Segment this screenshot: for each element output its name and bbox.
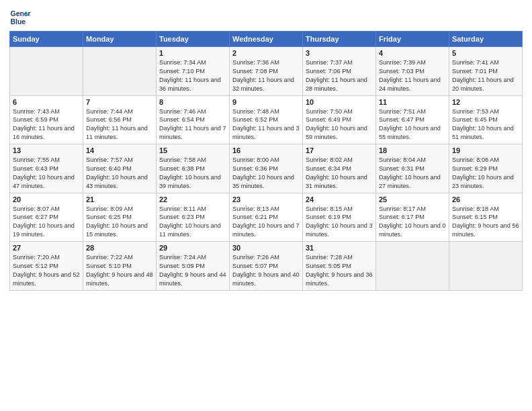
day-cell: 13Sunrise: 7:55 AMSunset: 6:43 PMDayligh… [10, 144, 83, 193]
day-cell [449, 242, 523, 291]
day-content: Sunrise: 8:04 AMSunset: 6:31 PMDaylight:… [379, 156, 446, 191]
day-cell: 16Sunrise: 8:00 AMSunset: 6:36 PMDayligh… [230, 144, 303, 193]
day-content: Sunrise: 7:28 AMSunset: 5:05 PMDaylight:… [306, 253, 373, 288]
week-row-1: 6Sunrise: 7:43 AMSunset: 6:59 PMDaylight… [10, 95, 523, 144]
day-number: 21 [86, 195, 153, 203]
day-cell [83, 47, 157, 96]
header: General Blue [9, 7, 523, 28]
day-number: 5 [452, 49, 519, 57]
day-number: 25 [379, 195, 446, 203]
day-content: Sunrise: 8:00 AMSunset: 6:36 PMDaylight:… [232, 156, 300, 191]
day-number: 24 [306, 195, 373, 203]
day-cell: 29Sunrise: 7:24 AMSunset: 5:09 PMDayligh… [157, 242, 230, 291]
page: General Blue SundayMondayTuesdayWednesda… [0, 0, 532, 411]
day-content: Sunrise: 8:18 AMSunset: 6:15 PMDaylight:… [452, 205, 519, 240]
day-content: Sunrise: 7:55 AMSunset: 6:43 PMDaylight:… [13, 156, 80, 191]
col-header-wednesday: Wednesday [230, 32, 303, 47]
day-content: Sunrise: 7:39 AMSunset: 7:03 PMDaylight:… [379, 58, 446, 93]
day-content: Sunrise: 8:02 AMSunset: 6:34 PMDaylight:… [306, 156, 373, 191]
day-cell: 11Sunrise: 7:51 AMSunset: 6:47 PMDayligh… [376, 95, 449, 144]
day-content: Sunrise: 7:48 AMSunset: 6:52 PMDaylight:… [232, 107, 300, 142]
day-cell: 10Sunrise: 7:50 AMSunset: 6:49 PMDayligh… [303, 95, 376, 144]
day-content: Sunrise: 8:17 AMSunset: 6:17 PMDaylight:… [379, 205, 446, 240]
day-cell [10, 47, 83, 96]
day-content: Sunrise: 7:34 AMSunset: 7:10 PMDaylight:… [159, 58, 226, 93]
day-cell: 1Sunrise: 7:34 AMSunset: 7:10 PMDaylight… [157, 47, 230, 96]
day-number: 22 [159, 195, 226, 203]
day-number: 14 [86, 146, 153, 154]
day-number: 8 [159, 98, 226, 106]
day-number: 26 [452, 195, 519, 203]
day-cell: 24Sunrise: 8:15 AMSunset: 6:19 PMDayligh… [303, 193, 376, 242]
day-cell: 19Sunrise: 8:06 AMSunset: 6:29 PMDayligh… [449, 144, 523, 193]
col-header-sunday: Sunday [10, 32, 83, 47]
day-number: 9 [232, 98, 300, 106]
day-content: Sunrise: 7:44 AMSunset: 6:56 PMDaylight:… [86, 107, 153, 142]
svg-text:Blue: Blue [11, 18, 26, 26]
day-cell: 4Sunrise: 7:39 AMSunset: 7:03 PMDaylight… [376, 47, 449, 96]
day-content: Sunrise: 8:11 AMSunset: 6:23 PMDaylight:… [159, 205, 226, 240]
day-content: Sunrise: 7:43 AMSunset: 6:59 PMDaylight:… [13, 107, 80, 142]
day-number: 15 [159, 146, 226, 154]
day-number: 28 [86, 244, 153, 252]
day-cell: 26Sunrise: 8:18 AMSunset: 6:15 PMDayligh… [449, 193, 523, 242]
day-number: 7 [86, 98, 153, 106]
day-number: 20 [13, 195, 80, 203]
day-content: Sunrise: 7:20 AMSunset: 5:12 PMDaylight:… [13, 253, 80, 288]
day-cell: 12Sunrise: 7:53 AMSunset: 6:45 PMDayligh… [449, 95, 523, 144]
day-number: 17 [306, 146, 373, 154]
day-cell: 27Sunrise: 7:20 AMSunset: 5:12 PMDayligh… [10, 242, 83, 291]
day-cell: 5Sunrise: 7:41 AMSunset: 7:01 PMDaylight… [449, 47, 523, 96]
day-number: 3 [306, 49, 373, 57]
day-number: 23 [232, 195, 300, 203]
day-content: Sunrise: 7:26 AMSunset: 5:07 PMDaylight:… [232, 253, 300, 288]
day-cell: 17Sunrise: 8:02 AMSunset: 6:34 PMDayligh… [303, 144, 376, 193]
day-number: 12 [452, 98, 519, 106]
day-cell: 20Sunrise: 8:07 AMSunset: 6:27 PMDayligh… [10, 193, 83, 242]
day-content: Sunrise: 7:51 AMSunset: 6:47 PMDaylight:… [379, 107, 446, 142]
day-content: Sunrise: 8:07 AMSunset: 6:27 PMDaylight:… [13, 205, 80, 240]
week-row-2: 13Sunrise: 7:55 AMSunset: 6:43 PMDayligh… [10, 144, 523, 193]
day-content: Sunrise: 8:13 AMSunset: 6:21 PMDaylight:… [232, 205, 300, 240]
day-number: 10 [306, 98, 373, 106]
day-content: Sunrise: 7:53 AMSunset: 6:45 PMDaylight:… [452, 107, 519, 142]
logo-svg: General Blue [9, 7, 31, 28]
day-cell: 7Sunrise: 7:44 AMSunset: 6:56 PMDaylight… [83, 95, 157, 144]
day-cell: 31Sunrise: 7:28 AMSunset: 5:05 PMDayligh… [303, 242, 376, 291]
day-cell: 23Sunrise: 8:13 AMSunset: 6:21 PMDayligh… [230, 193, 303, 242]
day-content: Sunrise: 7:41 AMSunset: 7:01 PMDaylight:… [452, 58, 519, 93]
day-cell: 28Sunrise: 7:22 AMSunset: 5:10 PMDayligh… [83, 242, 157, 291]
day-content: Sunrise: 7:50 AMSunset: 6:49 PMDaylight:… [306, 107, 373, 142]
day-cell: 21Sunrise: 8:09 AMSunset: 6:25 PMDayligh… [83, 193, 157, 242]
day-cell: 30Sunrise: 7:26 AMSunset: 5:07 PMDayligh… [230, 242, 303, 291]
day-number: 6 [13, 98, 80, 106]
calendar-table: SundayMondayTuesdayWednesdayThursdayFrid… [9, 31, 523, 291]
day-number: 2 [232, 49, 300, 57]
week-row-4: 27Sunrise: 7:20 AMSunset: 5:12 PMDayligh… [10, 242, 523, 291]
day-number: 30 [232, 244, 300, 252]
day-number: 1 [159, 49, 226, 57]
day-content: Sunrise: 7:24 AMSunset: 5:09 PMDaylight:… [159, 253, 226, 288]
day-number: 13 [13, 146, 80, 154]
day-cell: 22Sunrise: 8:11 AMSunset: 6:23 PMDayligh… [157, 193, 230, 242]
col-header-thursday: Thursday [303, 32, 376, 47]
day-number: 29 [159, 244, 226, 252]
day-number: 31 [306, 244, 373, 252]
day-number: 18 [379, 146, 446, 154]
day-content: Sunrise: 7:58 AMSunset: 6:38 PMDaylight:… [159, 156, 226, 191]
col-header-tuesday: Tuesday [157, 32, 230, 47]
day-content: Sunrise: 8:06 AMSunset: 6:29 PMDaylight:… [452, 156, 519, 191]
day-content: Sunrise: 8:15 AMSunset: 6:19 PMDaylight:… [306, 205, 373, 240]
day-content: Sunrise: 7:37 AMSunset: 7:06 PMDaylight:… [306, 58, 373, 93]
day-number: 4 [379, 49, 446, 57]
day-cell: 8Sunrise: 7:46 AMSunset: 6:54 PMDaylight… [157, 95, 230, 144]
day-cell: 9Sunrise: 7:48 AMSunset: 6:52 PMDaylight… [230, 95, 303, 144]
day-number: 11 [379, 98, 446, 106]
day-cell: 15Sunrise: 7:58 AMSunset: 6:38 PMDayligh… [157, 144, 230, 193]
day-content: Sunrise: 7:36 AMSunset: 7:08 PMDaylight:… [232, 58, 300, 93]
col-header-friday: Friday [376, 32, 449, 47]
day-cell: 3Sunrise: 7:37 AMSunset: 7:06 PMDaylight… [303, 47, 376, 96]
day-content: Sunrise: 7:57 AMSunset: 6:40 PMDaylight:… [86, 156, 153, 191]
day-content: Sunrise: 7:22 AMSunset: 5:10 PMDaylight:… [86, 253, 153, 288]
day-cell: 14Sunrise: 7:57 AMSunset: 6:40 PMDayligh… [83, 144, 157, 193]
